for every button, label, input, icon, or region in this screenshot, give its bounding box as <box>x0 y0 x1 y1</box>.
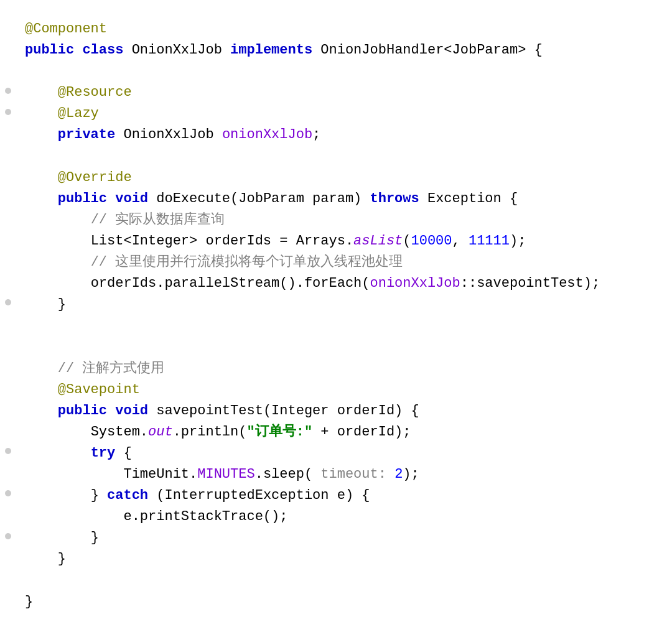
code-line <box>0 315 672 337</box>
code-line: } <box>0 592 672 613</box>
code-line: @Component <box>0 19 672 40</box>
line-gutter <box>0 103 19 121</box>
line-content: TimeUnit.MINUTES.sleep( timeout: 2); <box>19 464 660 485</box>
line-gutter <box>0 527 19 545</box>
line-content: public class OnionXxlJob implements Onio… <box>19 40 660 61</box>
line-content <box>19 570 660 591</box>
code-line: System.out.println("订单号:" + orderId); <box>0 422 672 443</box>
code-line: @Lazy <box>0 103 672 124</box>
line-content: @Savepoint <box>19 379 660 401</box>
code-line: // 这里使用并行流模拟将每个订单放入线程池处理 <box>0 252 672 273</box>
line-content: System.out.println("订单号:" + orderId); <box>19 422 660 443</box>
line-content: // 注解方式使用 <box>19 358 660 379</box>
code-line: @Savepoint <box>0 379 672 401</box>
line-content <box>19 337 660 358</box>
line-gutter <box>0 294 19 312</box>
code-line: orderIds.parallelStream().forEach(onionX… <box>0 273 672 294</box>
line-content: public void savepointTest(Integer orderI… <box>19 401 660 422</box>
code-line: // 注解方式使用 <box>0 358 672 379</box>
line-gutter <box>0 82 19 100</box>
line-content: @Lazy <box>19 103 660 124</box>
code-line <box>0 146 672 167</box>
code-line: private OnionXxlJob onionXxlJob; <box>0 124 672 146</box>
line-content: public void doExecute(JobParam param) th… <box>19 188 660 210</box>
code-line: } catch (InterruptedException e) { <box>0 485 672 506</box>
code-line: @Override <box>0 167 672 188</box>
code-line: } <box>0 527 672 549</box>
code-line: public void doExecute(JobParam param) th… <box>0 188 672 210</box>
line-gutter <box>0 485 19 503</box>
line-content: orderIds.parallelStream().forEach(onionX… <box>19 273 660 294</box>
code-line: e.printStackTrace(); <box>0 506 672 527</box>
line-content: private OnionXxlJob onionXxlJob; <box>19 124 660 146</box>
code-line: public class OnionXxlJob implements Onio… <box>0 40 672 61</box>
line-content: } catch (InterruptedException e) { <box>19 485 660 506</box>
line-content <box>19 315 660 337</box>
code-line <box>0 337 672 358</box>
code-line: List<Integer> orderIds = Arrays.asList(1… <box>0 231 672 252</box>
line-content: } <box>19 527 660 549</box>
line-gutter <box>0 443 19 460</box>
line-content: @Override <box>19 167 660 188</box>
line-content: } <box>19 592 660 613</box>
line-content <box>19 146 660 167</box>
line-content <box>19 61 660 82</box>
code-line: // 实际从数据库查询 <box>0 210 672 231</box>
line-content: try { <box>19 443 660 464</box>
line-content: List<Integer> orderIds = Arrays.asList(1… <box>19 231 660 252</box>
code-line: try { <box>0 443 672 464</box>
line-content: @Resource <box>19 82 660 103</box>
code-line: } <box>0 549 672 570</box>
line-content: @Component <box>19 19 660 40</box>
line-content: } <box>19 294 660 315</box>
code-line: @Resource <box>0 82 672 103</box>
code-editor: @Componentpublic class OnionXxlJob imple… <box>0 12 672 619</box>
line-content: // 这里使用并行流模拟将每个订单放入线程池处理 <box>19 252 660 273</box>
code-line: } <box>0 294 672 315</box>
code-line: public void savepointTest(Integer orderI… <box>0 401 672 422</box>
code-line <box>0 570 672 591</box>
line-content: // 实际从数据库查询 <box>19 210 660 231</box>
code-line <box>0 61 672 82</box>
line-content: e.printStackTrace(); <box>19 506 660 527</box>
code-line: TimeUnit.MINUTES.sleep( timeout: 2); <box>0 464 672 485</box>
line-content: } <box>19 549 660 570</box>
